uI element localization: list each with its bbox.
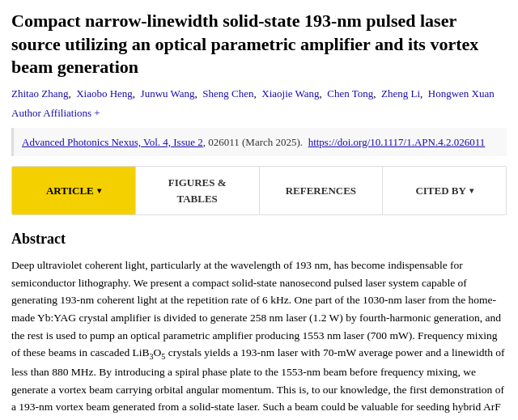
author-zhitao-zhang[interactable]: Zhitao Zhang [11, 87, 68, 100]
tab-references-label: REFERENCES [286, 183, 356, 199]
journal-link[interactable]: Advanced Photonics Nexus, Vol. 4, Issue … [22, 136, 203, 148]
author-xiaojie-wang[interactable]: Xiaojie Wang [261, 87, 319, 100]
journal-info-bar: Advanced Photonics Nexus, Vol. 4, Issue … [11, 128, 507, 157]
tab-references[interactable]: REFERENCES [260, 167, 384, 214]
tab-cited-by[interactable]: CITED BY ▾ [383, 167, 506, 214]
doi-link[interactable]: https://doi.org/10.1117/1.APN.4.2.026011 [308, 136, 486, 148]
chevron-down-icon: ▾ [97, 185, 101, 197]
authors-list: Zhitao Zhang, Xiaobo Heng, Junwu Wang, S… [11, 86, 507, 102]
chemical-formula: LiB3O5 [133, 346, 166, 358]
author-affiliations-link[interactable]: Author Affiliations + [11, 104, 507, 128]
tab-cited-by-label: CITED BY [415, 183, 466, 199]
article-title: Compact narrow-linewidth solid-state 193… [11, 10, 507, 79]
tab-figures-tables-label: FIGURES &TABLES [168, 175, 227, 206]
author-sheng-chen[interactable]: Sheng Chen [202, 87, 253, 100]
page-container: Compact narrow-linewidth solid-state 193… [0, 0, 518, 420]
tabs-container: ARTICLE ▾ FIGURES &TABLES REFERENCES CIT… [11, 166, 507, 215]
affiliations-link[interactable]: Author Affiliations + [11, 105, 100, 121]
abstract-title: Abstract [11, 228, 507, 250]
journal-details: , 026011 (March 2025). [203, 136, 303, 148]
tab-article-label: ARTICLE [46, 183, 94, 199]
tab-article[interactable]: ARTICLE ▾ [12, 167, 136, 214]
tab-figures-tables[interactable]: FIGURES &TABLES [136, 167, 260, 214]
chevron-down-icon-cited: ▾ [469, 185, 473, 197]
author-junwu-wang[interactable]: Junwu Wang [141, 87, 195, 100]
author-chen-tong[interactable]: Chen Tong [327, 87, 373, 100]
author-xiaobo-heng[interactable]: Xiaobo Heng [76, 87, 133, 100]
abstract-section: Abstract Deep ultraviolet coherent light… [11, 228, 507, 420]
author-zheng-li[interactable]: Zheng Li [381, 87, 420, 100]
author-hongwen-xuan[interactable]: Hongwen Xuan [428, 87, 495, 100]
abstract-text: Deep ultraviolet coherent light, particu… [11, 257, 507, 420]
